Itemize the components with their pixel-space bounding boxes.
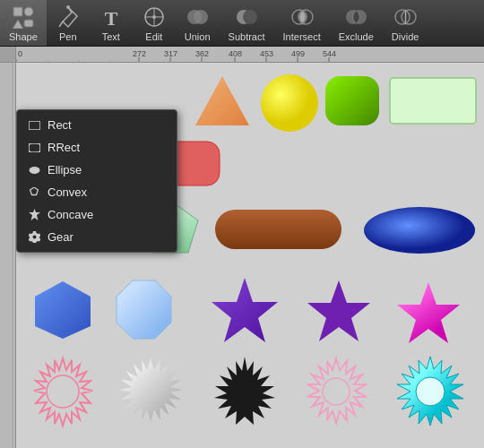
toolbar-pen-label: Pen (59, 31, 77, 42)
toolbar: Shape Pen T Text Edit (0, 0, 484, 47)
svg-text:362: 362 (195, 49, 209, 58)
svg-marker-57 (35, 281, 91, 339)
toolbar-union-label: Union (185, 31, 211, 42)
svg-marker-59 (212, 278, 278, 342)
svg-point-5 (66, 5, 70, 9)
concave-icon (28, 209, 40, 221)
main-area: Rect RRect Ellipse Conv (0, 63, 484, 448)
shape-dropdown: Rect RRect Ellipse Conv (16, 109, 177, 253)
dropdown-item-rrect[interactable]: RRect (17, 136, 177, 159)
toolbar-subtract[interactable]: Subtract (220, 0, 274, 46)
svg-text:T: T (104, 7, 117, 29)
shape-hexagon-blue (30, 278, 97, 344)
edit-icon (142, 4, 167, 30)
svg-marker-58 (117, 280, 171, 339)
divide-icon (393, 4, 418, 30)
svg-marker-60 (307, 280, 370, 341)
toolbar-text[interactable]: T Text (90, 0, 133, 46)
svg-text:317: 317 (164, 49, 177, 58)
svg-text:544: 544 (323, 49, 336, 58)
svg-marker-2 (13, 20, 23, 29)
shape-icon (11, 4, 36, 30)
rrect-icon (28, 142, 40, 154)
shape-rect-outline (388, 76, 478, 129)
shape-starburst-black (209, 354, 281, 429)
shape-sun-pink (25, 354, 101, 434)
svg-point-62 (47, 375, 79, 408)
svg-text:408: 408 (229, 49, 242, 58)
svg-marker-47 (195, 76, 249, 125)
ruler-corner (0, 47, 16, 63)
toolbar-edit[interactable]: Edit (133, 0, 176, 46)
shape-star6-purple (204, 273, 285, 353)
toolbar-exclude[interactable]: Exclude (330, 0, 383, 46)
svg-text:0: 0 (18, 49, 22, 58)
shape-superellipse-green (321, 72, 384, 134)
toolbar-exclude-label: Exclude (339, 31, 374, 42)
shape-triangle (191, 72, 254, 134)
svg-text:272: 272 (133, 49, 146, 58)
toolbar-shape-label: Shape (9, 31, 38, 42)
toolbar-text-label: Text (102, 31, 120, 42)
shape-star5-darkpurple (303, 276, 375, 351)
dropdown-item-gear[interactable]: Gear (17, 226, 177, 248)
toolbar-pen[interactable]: Pen (47, 0, 90, 46)
shape-ellipse-blue (361, 204, 478, 260)
svg-rect-49 (325, 76, 379, 125)
svg-point-10 (152, 15, 156, 19)
svg-rect-0 (13, 7, 22, 16)
svg-point-63 (323, 378, 350, 405)
svg-rect-43 (29, 143, 40, 152)
dropdown-item-rect[interactable]: Rect (17, 114, 177, 136)
toolbar-divide-label: Divide (392, 31, 419, 42)
shape-circle-yellow (258, 72, 321, 138)
svg-rect-42 (29, 121, 40, 130)
svg-point-44 (29, 167, 39, 174)
ruler-area: 0 272 317 362 408 453 499 544 (0, 47, 484, 63)
svg-rect-3 (24, 20, 33, 27)
svg-point-56 (364, 207, 475, 254)
shape-gear-cyan (388, 354, 473, 434)
svg-point-20 (402, 10, 416, 24)
ruler-vertical (0, 63, 16, 448)
shape-pill-brown (213, 208, 343, 254)
svg-marker-46 (29, 209, 40, 220)
toolbar-intersect-label: Intersect (283, 31, 321, 42)
svg-rect-50 (390, 78, 476, 124)
rect-icon (28, 119, 40, 132)
ellipse-icon (28, 164, 40, 177)
svg-point-19 (395, 10, 410, 24)
svg-point-14 (243, 10, 257, 24)
svg-point-48 (261, 74, 318, 132)
canvas: Rect RRect Ellipse Conv (16, 63, 484, 448)
toolbar-edit-label: Edit (145, 31, 162, 42)
svg-point-64 (416, 377, 445, 406)
toolbar-divide[interactable]: Divide (383, 0, 428, 46)
ruler-horizontal: 0 272 317 362 408 453 499 544 (16, 47, 484, 63)
gear-icon (28, 231, 40, 244)
svg-text:453: 453 (260, 49, 273, 58)
toolbar-subtract-label: Subtract (229, 31, 265, 42)
dropdown-item-concave[interactable]: Concave (17, 203, 177, 226)
dropdown-item-convex[interactable]: Convex (17, 181, 177, 203)
svg-marker-61 (397, 282, 460, 343)
svg-point-1 (24, 7, 33, 16)
shape-starburst-silver (113, 354, 189, 434)
toolbar-intersect[interactable]: Intersect (274, 0, 330, 46)
convex-icon (28, 186, 40, 199)
svg-line-4 (59, 22, 63, 27)
svg-text:499: 499 (291, 49, 305, 58)
subtract-icon (234, 4, 259, 30)
dropdown-item-ellipse[interactable]: Ellipse (17, 159, 177, 181)
intersect-icon (290, 4, 315, 30)
shape-star5-magenta (388, 278, 469, 353)
shape-octagon-lightblue (110, 278, 177, 347)
svg-rect-55 (215, 210, 341, 249)
exclude-icon (343, 4, 368, 30)
text-icon: T (99, 4, 124, 30)
union-icon (185, 4, 210, 30)
toolbar-union[interactable]: Union (176, 0, 220, 46)
svg-point-12 (194, 10, 208, 24)
toolbar-shape[interactable]: Shape (0, 0, 47, 46)
shape-gear-pink (298, 354, 375, 434)
